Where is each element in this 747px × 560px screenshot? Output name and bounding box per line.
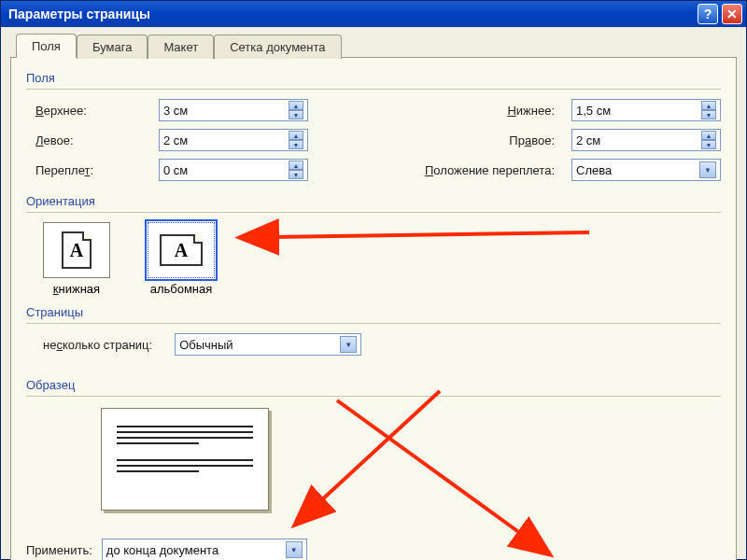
chevron-down-icon[interactable]: ▼ [340, 336, 357, 353]
spin-up-icon[interactable]: ▲ [289, 161, 303, 170]
landscape-icon: A [160, 234, 203, 266]
label-left: Левое: [35, 133, 148, 147]
spin-up-icon[interactable]: ▲ [289, 101, 303, 110]
close-button[interactable]: ✕ [722, 4, 742, 24]
label-multipage: несколько страниц: [43, 338, 152, 352]
group-orientation-label: Ориентация [26, 194, 721, 208]
page-setup-dialog: Параметры страницы ? ✕ Поля Бумага Макет… [0, 0, 747, 560]
tab-layout[interactable]: Макет [148, 35, 214, 59]
input-left-margin[interactable]: 2 см ▲▼ [159, 129, 308, 151]
label-landscape: альбомная [148, 282, 215, 296]
spin-down-icon[interactable]: ▼ [289, 110, 303, 119]
tab-strip: Поля Бумага Макет Сетка документа [16, 33, 737, 57]
tab-fields[interactable]: Поля [16, 34, 77, 58]
combo-gutter-position[interactable]: Слева ▼ [571, 159, 721, 181]
spin-down-icon[interactable]: ▼ [701, 140, 716, 149]
spin-down-icon[interactable]: ▼ [701, 110, 716, 119]
label-top: Верхнее: [35, 104, 148, 118]
tab-grid[interactable]: Сетка документа [214, 35, 341, 59]
spin-down-icon[interactable]: ▼ [289, 170, 303, 179]
label-right: Правое: [319, 133, 560, 147]
orientation-landscape[interactable]: A альбомная [148, 222, 215, 296]
combo-apply-to[interactable]: до конца документа ▼ [102, 539, 307, 560]
label-bottom: Нижнее: [319, 104, 560, 118]
portrait-icon: A [62, 231, 92, 269]
group-fields-label: Поля [26, 71, 721, 85]
preview-page [101, 408, 269, 511]
tab-panel-fields: Поля Верхнее: 3 см ▲▼ Нижнее: 1,5 см ▲▼ … [10, 57, 737, 560]
tab-paper[interactable]: Бумага [77, 35, 148, 59]
titlebar[interactable]: Параметры страницы ? ✕ [1, 1, 746, 27]
help-button[interactable]: ? [698, 4, 718, 24]
chevron-down-icon[interactable]: ▼ [286, 541, 303, 558]
label-gutter-pos: Положение переплета: [319, 163, 560, 177]
group-preview-label: Образец [26, 378, 721, 392]
margins-grid: Верхнее: 3 см ▲▼ Нижнее: 1,5 см ▲▼ Левое… [35, 99, 721, 181]
combo-multiple-pages[interactable]: Обычный ▼ [175, 333, 361, 356]
chevron-down-icon[interactable]: ▼ [699, 161, 716, 178]
spin-up-icon[interactable]: ▲ [701, 131, 716, 140]
orientation-portrait[interactable]: A книжная [43, 222, 110, 296]
label-gutter: Переплет: [35, 163, 148, 177]
input-bottom-margin[interactable]: 1,5 см ▲▼ [571, 99, 721, 121]
spin-down-icon[interactable]: ▼ [289, 140, 303, 149]
group-pages-label: Страницы [26, 305, 721, 319]
spin-up-icon[interactable]: ▲ [701, 101, 716, 110]
input-right-margin[interactable]: 2 см ▲▼ [571, 129, 721, 151]
input-top-margin[interactable]: 3 см ▲▼ [159, 99, 308, 121]
spin-up-icon[interactable]: ▲ [289, 131, 303, 140]
window-title: Параметры страницы [8, 7, 698, 21]
client-area: Поля Бумага Макет Сетка документа Поля В… [1, 27, 746, 559]
input-gutter[interactable]: 0 см ▲▼ [159, 159, 308, 181]
label-portrait: книжная [43, 282, 110, 296]
label-apply: Применить: [26, 543, 92, 557]
